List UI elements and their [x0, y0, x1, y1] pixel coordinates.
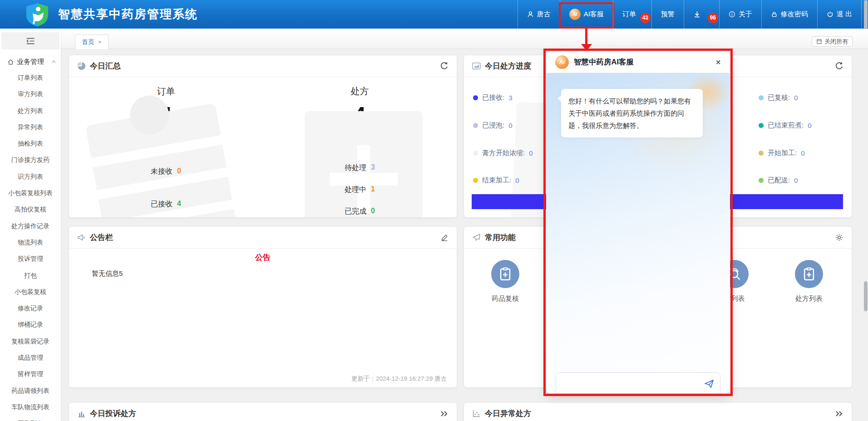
- pie-chart-icon: [77, 62, 86, 70]
- stat-completed: 已完成 0: [345, 207, 375, 216]
- close-all-label: 关闭所有: [824, 38, 848, 46]
- summary-card-header: 今日汇总: [69, 55, 457, 77]
- tab-home[interactable]: 首页 ×: [75, 34, 108, 49]
- abnormal-expand-button[interactable]: [834, 410, 843, 417]
- sidebar-item-outpatient-dispense[interactable]: 门诊接方发药: [0, 152, 61, 168]
- ai-chat-header: Ai 智慧中药房AI客服 ×: [546, 51, 730, 73]
- sidebar-item-bucket-binding[interactable]: 绑桶记录: [0, 316, 61, 333]
- sidebar-item-finished-products[interactable]: 成品管理: [0, 349, 61, 366]
- sidebar-item-prescription-operations[interactable]: 处方操作记录: [0, 218, 61, 234]
- progress-refresh-button[interactable]: [835, 62, 843, 70]
- summary-card-title: 今日汇总: [90, 61, 121, 71]
- app-root: 智慧共享中药房管理系统 唐古 AI AI客服 订单 43 预警: [0, 0, 868, 421]
- sidebar-item-smallpack-review-list[interactable]: 小包装复核列表: [0, 185, 61, 201]
- function-item-prescription-list[interactable]: 处方列表: [779, 260, 838, 303]
- megaphone-icon: [77, 233, 86, 242]
- summary-prescriptions-section: 处方 4 待处理 3 处理中 1 已完成 0: [263, 77, 457, 217]
- legend-processing-finished: 结束加工: 0: [473, 176, 519, 185]
- ai-avatar-icon: AI: [569, 9, 581, 20]
- ai-chat-title: 智慧中药房AI客服: [574, 57, 634, 67]
- function-item-drug-review[interactable]: 药品复核: [476, 260, 535, 303]
- header-nav: 唐古 AI AI客服 订单 43 预警 96 关于: [518, 0, 862, 29]
- legend-dot-reviewed: [759, 95, 764, 100]
- nav-user-label: 唐古: [537, 10, 551, 19]
- nav-orders[interactable]: 订单 43: [613, 0, 651, 29]
- legend-received: 已接收: 3: [473, 93, 513, 102]
- notice-edit-button[interactable]: [441, 234, 449, 241]
- sidebar-item-fleet-logistics[interactable]: 车队物流列表: [0, 399, 61, 415]
- sidebar-item-packing[interactable]: 打包: [0, 267, 61, 284]
- nav-download[interactable]: 96: [684, 0, 719, 29]
- legend-dot-processing-finished: [473, 178, 478, 183]
- close-all-icon: [816, 39, 822, 44]
- send-icon[interactable]: [704, 378, 715, 389]
- sidebar-item-sampling-list[interactable]: 抽检列表: [0, 135, 61, 152]
- functions-settings-button[interactable]: [835, 233, 843, 242]
- sidebar-item-drug-request-list[interactable]: 药品请领列表: [0, 382, 61, 399]
- legend-dot-soaked: [473, 123, 478, 128]
- nav-user[interactable]: 唐古: [518, 0, 560, 29]
- sidebar-item-order-list[interactable]: 订单列表: [0, 69, 61, 86]
- gear-icon: [835, 233, 843, 242]
- complaints-expand-button[interactable]: [439, 410, 449, 417]
- page-scrollbar[interactable]: [863, 0, 868, 421]
- notice-content: 暂无信息5: [92, 269, 123, 278]
- nav-change-password[interactable]: 修改密码: [761, 0, 817, 29]
- summary-orders-section: 订单 4 未接收 0 已接收 4 手工方 0张 电子方 4张: [69, 77, 263, 217]
- sidebar-item-modify-records[interactable]: 修改记录: [0, 300, 61, 316]
- clipboard-plus-icon: [795, 260, 823, 288]
- sidebar-item-review-list[interactable]: 审方列表: [0, 86, 61, 102]
- legend-delivered: 已配送: 0: [759, 176, 798, 185]
- stat-processing: 处理中 1: [345, 185, 375, 195]
- stat-pending: 待处理 3: [345, 163, 375, 173]
- logout-icon: [827, 11, 833, 18]
- summary-refresh-button[interactable]: [440, 62, 449, 70]
- sidebar-item-prescription-list[interactable]: 处方列表: [0, 103, 61, 119]
- ai-chat-body: 您好！有什么可以帮助您的吗？如果您有关于中医药或者煎药系统操作方面的问题，我很乐…: [546, 73, 730, 393]
- nav-about[interactable]: 关于: [719, 0, 761, 29]
- ai-chat-close-icon[interactable]: ×: [715, 58, 721, 67]
- download-badge: 96: [708, 13, 718, 23]
- ai-chat-input[interactable]: [562, 373, 704, 393]
- legend-decoction-finished: 已结束煎煮: 0: [759, 121, 812, 130]
- sidebar-item-scanner-review[interactable]: 高拍仪复核: [0, 201, 61, 217]
- orders-stats: 未接收 0 已接收 4: [69, 167, 263, 209]
- sidebar-group-business[interactable]: 业务管理: [0, 54, 61, 69]
- ai-chat-popup: Ai 智慧中药房AI客服 × 您好！有什么可以帮助您的吗？如果您有关于中医药或者…: [546, 51, 730, 393]
- sidebar-item-warning-list[interactable]: 预警列表: [0, 415, 61, 421]
- sidebar-item-smallpack-review[interactable]: 小包装复核: [0, 284, 61, 300]
- abnormal-card-title: 今日异常处方: [485, 408, 531, 419]
- sidebar-item-complaint-management[interactable]: 投诉管理: [0, 250, 61, 267]
- sidebar-item-logistics-list[interactable]: 物流列表: [0, 234, 61, 250]
- nav-password-label: 修改密码: [781, 10, 808, 19]
- scrollbar-thumb[interactable]: [864, 0, 868, 29]
- complaints-card-title: 今日投诉处方: [90, 408, 136, 419]
- close-all-button[interactable]: 关闭所有: [812, 36, 853, 47]
- sidebar-item-sample-retention[interactable]: 留样管理: [0, 366, 61, 382]
- nav-ai-service[interactable]: AI AI客服: [560, 0, 613, 29]
- sidebar-item-abnormal-list[interactable]: 异常列表: [0, 119, 61, 135]
- stat-received: 已接收 4: [151, 200, 181, 209]
- download-icon: [693, 10, 701, 18]
- legend-reviewed: 已复核: 0: [759, 93, 798, 102]
- nav-warning[interactable]: 预警: [651, 0, 684, 29]
- nav-warning-label: 预警: [661, 10, 675, 19]
- sidebar-group-label: 业务管理: [17, 58, 44, 66]
- sidebar-collapse-button[interactable]: [1, 32, 59, 49]
- stat-not-received: 未接收 0: [151, 167, 181, 176]
- paper-plane-icon: [472, 233, 481, 242]
- tab-close-icon[interactable]: ×: [98, 39, 102, 45]
- refresh-icon: [835, 62, 843, 70]
- area-chart-icon: [472, 62, 481, 70]
- sidebar-item-review-bagging[interactable]: 复核装袋记录: [0, 333, 61, 349]
- sidebar-item-recognize-list[interactable]: 识方列表: [0, 168, 61, 185]
- sidebar-menu: 订单列表 审方列表 处方列表 异常列表 抽检列表 门诊接方发药 识方列表 小包装…: [0, 69, 61, 421]
- notice-tag: 公告: [69, 252, 457, 263]
- nav-ai-label: AI客服: [584, 10, 604, 19]
- scrollbar-thumb[interactable]: [864, 281, 868, 311]
- card-today-complaints: 今日投诉处方: [69, 403, 457, 421]
- double-chevron-right-icon: [439, 410, 449, 417]
- tab-home-label: 首页: [82, 38, 94, 46]
- nav-logout[interactable]: 退 出: [817, 0, 862, 29]
- double-chevron-right-icon: [834, 410, 843, 417]
